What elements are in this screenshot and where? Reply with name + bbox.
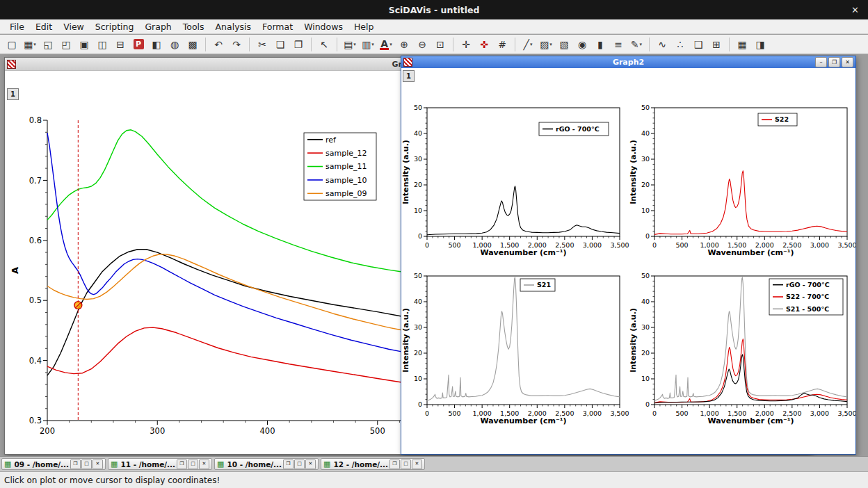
export-pdf-button[interactable]: P (130, 36, 147, 53)
graph2-close-button[interactable]: ✕ (842, 57, 853, 67)
add-image-button[interactable]: ▧ (556, 36, 572, 53)
series-rgo[interactable] (427, 186, 620, 235)
dropdown-arrow-icon[interactable]: ▾ (530, 42, 533, 47)
draw-arrow-button[interactable]: ╱▾ (520, 36, 536, 53)
series-ref[interactable] (47, 250, 401, 375)
dropdown-arrow-icon[interactable]: ▾ (353, 42, 356, 47)
cut-selection-button[interactable]: ✂ (254, 36, 271, 53)
legend[interactable]: refsample_12sample_11sample_10sample_09 (304, 133, 376, 200)
menu-tools[interactable]: Tools (177, 20, 210, 33)
save-project-button[interactable]: ▣ (76, 36, 93, 53)
plot-scatter-button[interactable]: ∴ (672, 36, 689, 53)
lock-toolbars-button[interactable]: ▩ (184, 36, 201, 53)
select-data-range-button[interactable]: # (494, 36, 511, 53)
taskbar-button-09[interactable]: ▦09 - /home/...❐□✕ (1, 458, 106, 470)
legend[interactable]: S21 (520, 279, 555, 291)
maximize-button[interactable]: □ (294, 459, 305, 469)
graph-window-icon[interactable] (403, 58, 412, 67)
menu-file[interactable]: File (4, 20, 30, 33)
restore-button[interactable]: ❐ (389, 459, 400, 469)
restore-button[interactable]: ❐ (70, 459, 81, 469)
dropdown-arrow-icon[interactable]: ▾ (549, 42, 552, 47)
open-template-button[interactable]: ◰ (58, 36, 74, 53)
undo-button[interactable]: ↶ (210, 36, 227, 53)
screen-reader-button[interactable]: ✛ (458, 36, 474, 53)
menu-edit[interactable]: Edit (30, 20, 58, 33)
graph2-maximize-button[interactable]: ❐ (828, 57, 840, 67)
close-button[interactable]: ✕ (305, 459, 316, 469)
restore-button[interactable]: ❐ (177, 459, 187, 469)
legend[interactable]: rGO - 700°CS22 - 700°CS21 - 500°C (769, 279, 843, 315)
raman-panel-s22[interactable]: 05001,0001,5002,0002,5003,0003,500010203… (629, 104, 855, 257)
app-close-button[interactable]: ✕ (851, 0, 859, 19)
menu-graph[interactable]: Graph (139, 20, 177, 33)
close-button[interactable]: ✕ (93, 459, 103, 469)
graph2-titlebar[interactable]: Graph2 – ❐ ✕ (401, 56, 855, 68)
restore-button[interactable]: ❐ (283, 459, 294, 469)
series-sample_09[interactable] (47, 254, 401, 330)
uvvis-plot-canvas[interactable]: 2003004005000.30.40.50.60.70.8Arefsample… (5, 71, 422, 454)
taskbar-button-10[interactable]: ▦10 - /home/...❐□✕ (214, 458, 319, 470)
raman-panel-combined[interactable]: 05001,0001,5002,0002,5003,0003,500010203… (629, 272, 855, 425)
series-s21[interactable] (427, 277, 620, 401)
dropdown-arrow-icon[interactable]: ▾ (33, 42, 36, 47)
legend[interactable]: S22 (758, 113, 797, 126)
redo-button[interactable]: ↷ (228, 36, 245, 53)
series-s22[interactable] (654, 171, 847, 235)
raman-panel-rgo[interactable]: 05001,0001,5002,0002,5003,0003,500010203… (401, 104, 629, 257)
menu-format[interactable]: Format (257, 20, 298, 33)
close-button[interactable]: ✕ (412, 459, 422, 469)
add-layer-button[interactable]: ⊞ (708, 36, 725, 53)
graph2-layer-button[interactable]: 1 (403, 70, 415, 82)
series-sample_12[interactable] (47, 327, 401, 382)
taskbar-button-11[interactable]: ▦11 - /home/...❐□✕ (108, 458, 212, 470)
maximize-button[interactable]: □ (401, 459, 411, 469)
paste-selection-button[interactable]: ❐ (290, 36, 307, 53)
close-button[interactable]: ✕ (199, 459, 209, 469)
new-window-button[interactable]: ▦▾ (22, 36, 38, 53)
zoom-out-button[interactable]: ⊖ (414, 36, 431, 53)
save-template-button[interactable]: ◫ (94, 36, 111, 53)
add-text-button[interactable]: ≡ (610, 36, 627, 53)
add-histogram-button[interactable]: ▮ (592, 36, 609, 53)
graph-window-icon[interactable] (7, 60, 16, 69)
text-color-button[interactable]: A▾ (378, 36, 394, 53)
taskbar-button-12[interactable]: ▦12 - /home/...❐□✕ (321, 458, 425, 470)
add-column-button[interactable]: ◨ (752, 36, 769, 53)
maximize-button[interactable]: □ (81, 459, 92, 469)
new-project-button[interactable]: ▢ (3, 36, 20, 53)
menu-windows[interactable]: Windows (298, 20, 348, 33)
pen-tool-button[interactable]: ✎▾ (628, 36, 645, 53)
project-explorer-button[interactable]: ◧ (148, 36, 165, 53)
data-reader-button[interactable]: ✜ (476, 36, 492, 53)
add-function-curve-button[interactable]: ◉ (574, 36, 590, 53)
table-style-button[interactable]: ▤▾ (341, 36, 358, 53)
print-button[interactable]: ⊟ (112, 36, 129, 53)
pointer-button[interactable]: ↖ (316, 36, 332, 53)
raman-panel-s21[interactable]: 05001,0001,5002,0002,5003,0003,500010203… (401, 272, 629, 425)
plot-style-button[interactable]: ▥▾ (360, 36, 376, 53)
dropdown-arrow-icon[interactable]: ▾ (389, 42, 392, 47)
dropdown-arrow-icon[interactable]: ▾ (640, 42, 643, 47)
open-project-button[interactable]: ◱ (40, 36, 56, 53)
dropdown-arrow-icon[interactable]: ▾ (371, 42, 374, 47)
graph2-minimize-button[interactable]: – (815, 57, 827, 67)
graph2-window[interactable]: Graph2 – ❐ ✕ 1 05001,0001,5002,0002,5003… (401, 56, 856, 455)
new-table-button[interactable]: ▦ (734, 36, 750, 53)
duplicate-window-button[interactable]: ◍ (166, 36, 183, 53)
menu-view[interactable]: View (58, 20, 90, 33)
graph1-layer-button[interactable]: 1 (7, 88, 19, 100)
maximize-button[interactable]: □ (188, 459, 198, 469)
raman-plots-canvas[interactable]: 05001,0001,5002,0002,5003,0003,500010203… (401, 68, 855, 454)
menu-scripting[interactable]: Scripting (90, 20, 140, 33)
menu-help[interactable]: Help (348, 20, 380, 33)
new-graph-button[interactable]: ❑ (690, 36, 707, 53)
zoom-in-button[interactable]: ⊕ (396, 36, 412, 53)
color-map-button[interactable]: ▨▾ (538, 36, 554, 53)
copy-selection-button[interactable]: ❏ (272, 36, 289, 53)
rescale-to-show-all-button[interactable]: ⊡ (432, 36, 449, 53)
plot-line-button[interactable]: ∿ (654, 36, 670, 53)
uvvis-plot[interactable]: 2003004005000.30.40.50.60.70.8Arefsample… (10, 115, 401, 435)
menu-analysis[interactable]: Analysis (210, 20, 257, 33)
legend[interactable]: rGO - 700°C (539, 122, 609, 136)
